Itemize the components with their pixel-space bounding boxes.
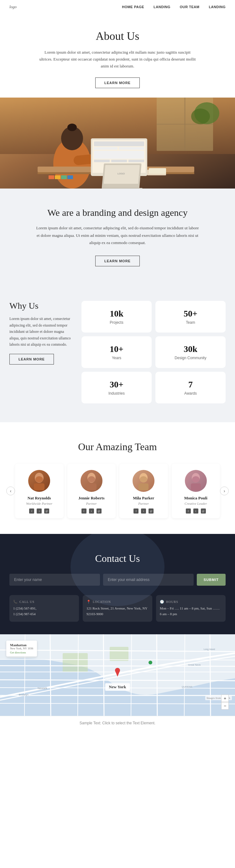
facebook-icon-0: f (29, 508, 34, 514)
team-name-0: Nat Reynolds (20, 496, 59, 501)
why-us-section: Why Us Lorem ipsum dolor sit amet, conse… (0, 282, 235, 422)
svg-text:Great Neck: Great Neck (188, 663, 201, 666)
team-carousel: ‹ Nat Reynolds Worldwide Partner f t @ (6, 464, 229, 518)
map-zoom-in-button[interactable]: + (221, 694, 229, 702)
team-card-2: Mila Parker Partner f t @ (120, 464, 168, 518)
nav-landing-1[interactable]: LANDING (154, 5, 170, 9)
contact-card-hours-title: 🕐 HOURS (160, 600, 222, 604)
facebook-icon-3: f (186, 508, 191, 514)
twitter-icon-0: t (37, 508, 42, 514)
nav-links: HOME PAGE LANDING OUR TEAM LANDING (122, 5, 226, 9)
navigation: logo HOME PAGE LANDING OUR TEAM LANDING (0, 0, 235, 14)
contact-submit-button[interactable]: SUBMIT (197, 574, 226, 586)
svg-rect-28 (55, 175, 61, 179)
svg-text:QUEENS: QUEENS (182, 685, 192, 688)
contact-card-location-title: 📍 LOCATION (87, 600, 148, 604)
contact-card-call-line1: 1 (234) 567-891, (13, 606, 75, 611)
svg-rect-29 (61, 175, 67, 179)
svg-rect-19 (111, 160, 127, 162)
contact-card-hours: 🕐 HOURS Mon – Fri …. 11 am – 8 pm, Sat, … (156, 595, 226, 621)
contact-cards: 📞 CALL US 1 (234) 567-891, 1 (234) 987-6… (9, 595, 226, 621)
stat-card-awards: 7 Awards (156, 372, 226, 403)
svg-point-9 (67, 124, 77, 131)
contact-card-location-line1: 121 Rock Street, 21 Avenue, New York, NY (87, 606, 148, 611)
contact-section: Contact Us SUBMIT 📞 CALL US 1 (234) 567-… (0, 534, 235, 634)
social-icons-1: f t @ (72, 508, 111, 514)
carousel-next-button[interactable]: › (220, 487, 229, 495)
desk-scene: LOGO (0, 98, 235, 189)
svg-point-37 (88, 476, 95, 483)
svg-rect-32 (149, 168, 166, 174)
team-card-0: Nat Reynolds Worldwide Partner f t @ (15, 464, 64, 518)
svg-point-43 (192, 476, 200, 483)
avatar-jennie-roberts (80, 470, 102, 492)
contact-title: Contact Us (9, 553, 226, 564)
svg-rect-46 (63, 653, 88, 672)
team-role-3: Creative Leader (176, 502, 215, 505)
contact-name-input[interactable] (9, 574, 100, 586)
team-title: Our Amazing Team (6, 441, 229, 453)
svg-rect-25 (102, 188, 142, 189)
stat-card-industries: 30+ Industries (81, 372, 152, 403)
svg-rect-41 (138, 484, 148, 490)
map-directions-link[interactable]: Get directions (10, 651, 33, 654)
team-name-3: Monica Pouli (176, 496, 215, 501)
map-section: Newark Brooklyn Great Neck QUEENS Long I… (0, 634, 235, 716)
stat-num-industries: 30+ (86, 379, 147, 390)
about-section: About Us Lorem ipsum dolor sit amet, con… (0, 14, 235, 98)
map-zoom-controls: + − (221, 694, 229, 710)
svg-rect-16 (119, 147, 144, 150)
contact-email-input[interactable] (103, 574, 194, 586)
phone-icon: 📞 (13, 600, 18, 604)
map-background: Newark Brooklyn Great Neck QUEENS Long I… (0, 634, 235, 716)
instagram-icon-2: @ (148, 508, 154, 514)
clock-icon: 🕐 (160, 600, 165, 604)
svg-rect-14 (94, 142, 144, 146)
svg-point-66 (148, 661, 152, 664)
nav-homepage[interactable]: HOME PAGE (122, 5, 144, 9)
svg-rect-20 (129, 160, 144, 162)
team-section: Our Amazing Team ‹ Nat Reynolds Worldwid… (0, 422, 235, 534)
contact-card-hours-line2: 6 am – 8 pm (160, 611, 222, 617)
svg-point-34 (35, 476, 43, 483)
team-cards: Nat Reynolds Worldwide Partner f t @ Jen… (15, 464, 220, 518)
nav-our-team[interactable]: OUR TEAM (180, 5, 200, 9)
nav-landing-2[interactable]: LANDING (209, 5, 226, 9)
svg-rect-44 (191, 484, 201, 490)
stat-label-years: Years (86, 356, 147, 360)
map-zoom-out-button[interactable]: − (221, 702, 229, 710)
about-description: Lorem ipsum dolor sit amet, consectetur … (39, 49, 196, 70)
svg-rect-38 (87, 484, 97, 490)
instagram-icon-1: @ (97, 508, 102, 514)
twitter-icon-1: t (89, 508, 94, 514)
svg-rect-18 (94, 160, 110, 162)
social-icons-3: f t @ (176, 508, 215, 514)
social-icons-2: f t @ (124, 508, 163, 514)
about-title: About Us (25, 30, 210, 43)
svg-line-57 (50, 634, 51, 716)
svg-text:Newark: Newark (38, 687, 47, 690)
branding-learn-more-button[interactable]: LEARN MORE (95, 256, 140, 266)
stat-card-community: 30k Design Community (156, 336, 226, 368)
why-us-learn-more-button[interactable]: LEARN MORE (9, 354, 54, 365)
why-us-title: Why Us (9, 301, 72, 311)
carousel-prev-button[interactable]: ‹ (6, 487, 15, 495)
svg-point-6 (191, 108, 210, 124)
map-info-box: Manhattan New York, NY 1036 Get directio… (6, 641, 37, 657)
stat-label-industries: Industries (86, 391, 147, 396)
sample-text: Sample Text: Click to select the Text El… (0, 716, 235, 730)
hero-image: LOGO (0, 98, 235, 189)
team-name-1: Jennie Roberts (72, 496, 111, 501)
map-city-label: New York (105, 683, 130, 691)
twitter-icon-2: t (141, 508, 146, 514)
svg-rect-35 (34, 484, 44, 490)
stat-card-years: 10+ Years (81, 336, 152, 368)
contact-card-call: 📞 CALL US 1 (234) 567-891, 1 (234) 987-6… (9, 595, 79, 621)
team-card-3: Monica Pouli Creative Leader f t @ (172, 464, 220, 518)
stat-num-years: 10+ (86, 344, 147, 354)
branding-description: Lorem ipsum dolor sit amet, consectetur … (36, 224, 199, 246)
why-us-left: Why Us Lorem ipsum dolor sit amet, conse… (9, 301, 72, 365)
about-learn-more-button[interactable]: LEARN MORE (95, 78, 140, 88)
contact-card-location-line2: 92103-9000 (87, 611, 148, 617)
svg-rect-30 (67, 175, 73, 179)
